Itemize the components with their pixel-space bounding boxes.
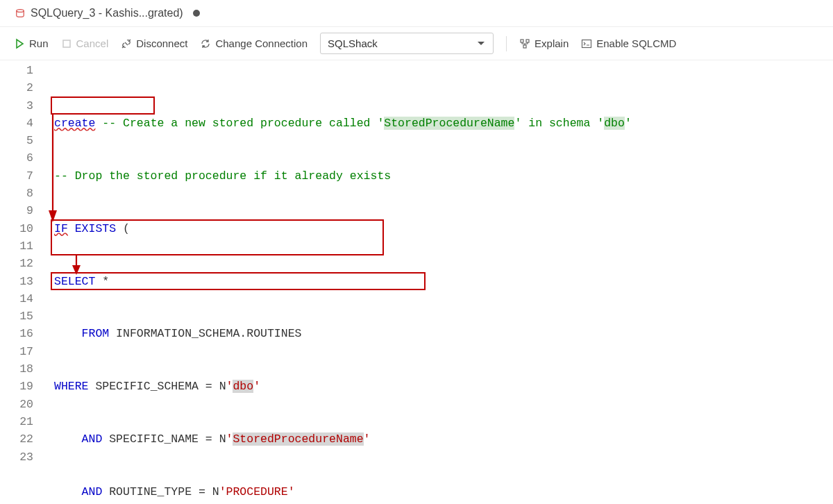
code-line: -- Drop the stored procedure if it alrea…	[54, 167, 833, 185]
code-line: SELECT *	[54, 273, 833, 290]
stop-icon	[61, 38, 72, 49]
svg-rect-2	[521, 40, 523, 42]
code-line: create -- Create a new stored procedure …	[54, 115, 833, 132]
sqlcmd-icon	[581, 38, 592, 49]
toolbar: Run Cancel Disconnect Change Connection …	[0, 27, 833, 60]
cancel-button: Cancel	[61, 37, 109, 49]
code-area[interactable]: create -- Create a new stored procedure …	[54, 62, 833, 504]
code-line: WHERE SPECIFIC_SCHEMA = N'dbo'	[54, 378, 833, 395]
code-line: FROM INFORMATION_SCHEMA.ROUTINES	[54, 325, 833, 342]
explain-label: Explain	[535, 37, 569, 49]
toolbar-divider	[506, 36, 507, 51]
cancel-label: Cancel	[76, 37, 109, 49]
change-connection-button[interactable]: Change Connection	[200, 37, 308, 49]
annotation-box-1	[51, 96, 155, 115]
refresh-icon	[200, 38, 211, 49]
change-connection-label: Change Connection	[215, 37, 308, 49]
svg-rect-4	[523, 45, 526, 48]
run-label: Run	[29, 37, 49, 49]
code-editor[interactable]: 1234567891011121314151617181920212223 cr…	[0, 60, 833, 504]
tab-title[interactable]: SQLQuery_3 - Kashis...grated)	[31, 7, 183, 19]
database-select[interactable]: SQLShack	[320, 33, 494, 54]
disconnect-label: Disconnect	[136, 37, 187, 49]
svg-point-0	[17, 10, 24, 12]
explain-icon	[519, 38, 530, 49]
database-selected-value: SQLShack	[328, 37, 378, 49]
code-line: AND ROUTINE_TYPE = N'PROCEDURE'	[54, 483, 833, 501]
run-button[interactable]: Run	[14, 37, 49, 49]
svg-rect-3	[526, 40, 529, 42]
code-line: AND SPECIFIC_NAME = N'StoredProcedureNam…	[54, 430, 833, 448]
disconnect-button[interactable]: Disconnect	[121, 37, 187, 49]
unsaved-indicator-icon	[193, 10, 200, 17]
enable-sqlcmd-label: Enable SQLCMD	[596, 37, 676, 49]
explain-button[interactable]: Explain	[519, 37, 569, 49]
play-icon	[14, 38, 25, 49]
svg-rect-5	[582, 40, 591, 47]
enable-sqlcmd-button[interactable]: Enable SQLCMD	[581, 37, 676, 49]
disconnect-icon	[121, 38, 132, 49]
code-line: IF EXISTS (	[54, 220, 833, 237]
tab-bar: SQLQuery_3 - Kashis...grated)	[0, 0, 833, 27]
sql-file-icon	[15, 8, 25, 18]
line-gutter: 1234567891011121314151617181920212223	[0, 62, 54, 504]
svg-rect-1	[63, 40, 70, 47]
